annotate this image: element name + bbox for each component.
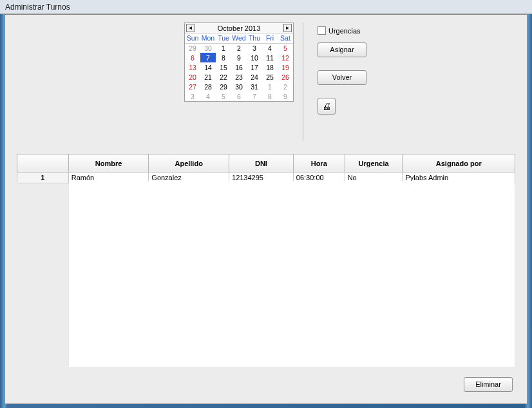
calendar-day-cell[interactable]: 23	[231, 72, 247, 82]
calendar-day-cell[interactable]: 31	[247, 82, 262, 91]
calendar-day-cell[interactable]: 22	[216, 72, 231, 82]
calendar-day-cell[interactable]: 25	[262, 72, 278, 82]
calendar-day-header: Mon	[200, 33, 216, 43]
calendar-day-cell[interactable]: 15	[216, 62, 231, 72]
calendar-panel: ◄ October 2013 ► SunMonTueWedThuFriSat 2…	[175, 23, 303, 141]
calendar-day-cell[interactable]: 7	[200, 53, 216, 62]
calendar-day-header: Sat	[278, 33, 293, 43]
calendar-day-cell[interactable]: 4	[200, 91, 216, 101]
calendar-day-cell[interactable]: 6	[185, 53, 200, 62]
calendar-day-header: Sun	[185, 33, 200, 43]
calendar-day-cell[interactable]: 5	[278, 43, 293, 53]
client-area: ◄ October 2013 ► SunMonTueWedThuFriSat 2…	[5, 14, 527, 404]
calendar-day-cell[interactable]: 19	[278, 62, 293, 72]
calendar-day-cell[interactable]: 3	[247, 43, 262, 53]
calendar-day-cell[interactable]: 13	[185, 62, 200, 72]
calendar-day-cell[interactable]: 1	[262, 82, 278, 91]
window-title: Administrar Turnos	[5, 3, 70, 12]
calendar-day-header: Fri	[262, 33, 278, 43]
calendar-day-cell[interactable]: 2	[231, 43, 247, 53]
table-header[interactable]: Nombre	[68, 154, 149, 172]
footer-buttons: Eliminar	[464, 377, 513, 392]
window-titlebar: Administrar Turnos	[0, 0, 532, 14]
grid-empty-area	[69, 181, 515, 367]
calendar-day-header: Tue	[216, 33, 231, 43]
calendar-day-cell[interactable]: 26	[278, 72, 293, 82]
urgencias-row: Urgencias	[318, 26, 366, 35]
button-panel: Urgencias Asignar Volver 🖨	[303, 23, 391, 141]
calendar-day-cell[interactable]: 3	[185, 91, 200, 101]
urgencias-checkbox[interactable]	[318, 26, 326, 35]
appointments-table[interactable]: NombreApellidoDNIHoraUrgenciaAsignado po…	[17, 154, 515, 183]
calendar[interactable]: ◄ October 2013 ► SunMonTueWedThuFriSat 2…	[184, 23, 294, 102]
calendar-day-cell[interactable]: 27	[185, 82, 200, 91]
calendar-day-cell[interactable]: 1	[216, 43, 231, 53]
calendar-day-cell[interactable]: 4	[262, 43, 278, 53]
calendar-day-cell[interactable]: 18	[262, 62, 278, 72]
calendar-month-label: October 2013	[195, 24, 283, 32]
calendar-header: ◄ October 2013 ►	[185, 23, 293, 33]
top-panel: ◄ October 2013 ► SunMonTueWedThuFriSat 2…	[12, 23, 520, 141]
calendar-day-cell[interactable]: 28	[200, 82, 216, 91]
print-button[interactable]: 🖨	[318, 98, 336, 115]
urgencias-label: Urgencias	[328, 27, 361, 35]
calendar-prev-button[interactable]: ◄	[186, 24, 195, 32]
table-header[interactable]: Asignado por	[403, 154, 515, 172]
calendar-day-cell[interactable]: 17	[247, 62, 262, 72]
calendar-next-button[interactable]: ►	[283, 24, 292, 32]
calendar-day-cell[interactable]: 6	[231, 91, 247, 101]
calendar-day-cell[interactable]: 20	[185, 72, 200, 82]
volver-button[interactable]: Volver	[318, 70, 366, 85]
calendar-day-cell[interactable]: 9	[231, 53, 247, 62]
calendar-day-cell[interactable]: 12	[278, 53, 293, 62]
top-spacer	[12, 23, 175, 141]
calendar-day-cell[interactable]: 7	[247, 91, 262, 101]
calendar-day-header: Thu	[247, 33, 262, 43]
calendar-day-cell[interactable]: 24	[247, 72, 262, 82]
calendar-day-cell[interactable]: 16	[231, 62, 247, 72]
table-header[interactable]: Hora	[293, 154, 345, 172]
calendar-grid[interactable]: SunMonTueWedThuFriSat 293012345678910111…	[185, 33, 293, 101]
table-cell: 1	[17, 172, 69, 183]
calendar-day-cell[interactable]: 30	[231, 82, 247, 91]
calendar-day-header: Wed	[231, 33, 247, 43]
calendar-day-cell[interactable]: 14	[200, 62, 216, 72]
table-header[interactable]: Apellido	[149, 154, 229, 172]
table-header[interactable]: Urgencia	[345, 154, 403, 172]
calendar-day-cell[interactable]: 21	[200, 72, 216, 82]
eliminar-button[interactable]: Eliminar	[464, 377, 513, 392]
calendar-day-cell[interactable]: 10	[247, 53, 262, 62]
calendar-day-cell[interactable]: 5	[216, 91, 231, 101]
calendar-day-cell[interactable]: 2	[278, 82, 293, 91]
calendar-day-cell[interactable]: 9	[278, 91, 293, 101]
calendar-day-cell[interactable]: 29	[216, 82, 231, 91]
table-header[interactable]: DNI	[229, 154, 294, 172]
calendar-day-cell[interactable]: 8	[216, 53, 231, 62]
calendar-day-cell[interactable]: 30	[200, 43, 216, 53]
calendar-day-cell[interactable]: 29	[185, 43, 200, 53]
asignar-button[interactable]: Asignar	[318, 42, 366, 57]
table-header[interactable]	[17, 154, 69, 172]
print-icon: 🖨	[322, 101, 331, 111]
calendar-day-cell[interactable]: 8	[262, 91, 278, 101]
calendar-day-cell[interactable]: 11	[262, 53, 278, 62]
